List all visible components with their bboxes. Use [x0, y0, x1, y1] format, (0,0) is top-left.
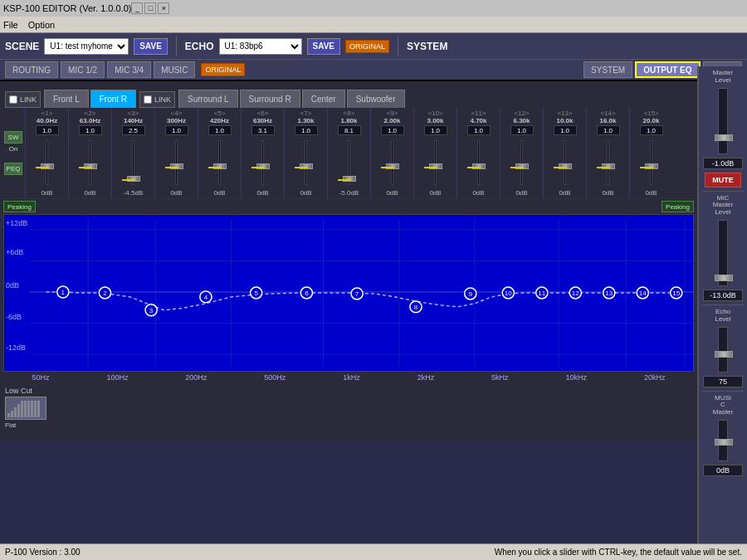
band-3: <3> 140Hz 2.5 -4.5dB: [111, 108, 154, 198]
master-fader-thumb[interactable]: [715, 134, 733, 141]
ch-tab-surroundl[interactable]: Surround L: [178, 90, 237, 108]
svg-text:14: 14: [639, 290, 647, 297]
band-9-fader[interactable]: [371, 136, 413, 189]
status-hint: When you click a slider with CTRL-key, t…: [90, 548, 742, 557]
minimize-button[interactable]: _: [131, 2, 143, 14]
band-13-num: <13>: [557, 110, 572, 117]
flat-label: Flat: [5, 421, 16, 429]
band-8-fader[interactable]: [328, 136, 370, 189]
band-5-fader[interactable]: [198, 136, 241, 189]
tab-mic34[interactable]: MIC 3/4: [107, 61, 151, 78]
scene-original-btn[interactable]: ORIGINAL: [201, 63, 245, 76]
echo-fader-thumb[interactable]: [715, 351, 733, 358]
band-4-freq: 300Hz: [167, 117, 186, 124]
svg-text:2: 2: [103, 290, 107, 297]
band-1-val[interactable]: 1.0: [36, 125, 59, 135]
ch-tab-frontl[interactable]: Front L: [44, 90, 89, 108]
band-12: <12> 6.30k 1.0 0dB: [500, 108, 543, 198]
band-2-val[interactable]: 1.0: [79, 125, 102, 135]
echo-label: ECHO: [185, 41, 214, 52]
low-cut-button[interactable]: [5, 397, 46, 420]
band-4-fader[interactable]: [155, 136, 198, 189]
graph-y-label-6db: +6dB: [6, 248, 23, 256]
main-content: SCENE U1: test myhome SAVE ECHO U1: 83bp…: [0, 33, 747, 543]
music-fader-thumb[interactable]: [715, 439, 733, 446]
band-11-val[interactable]: 1.0: [467, 125, 491, 135]
band-15-val[interactable]: 1.0: [640, 125, 663, 135]
band-14-num: <14>: [600, 110, 615, 117]
peq-button[interactable]: PEQ: [4, 163, 22, 175]
band-8-val[interactable]: 8.1: [338, 125, 361, 135]
band-3-fader[interactable]: [112, 136, 154, 189]
band-12-val[interactable]: 1.0: [510, 125, 534, 135]
eq-graph[interactable]: +12dB +6dB 0dB -6dB -12dB: [3, 214, 694, 372]
graph-y-label-0db: 0dB: [6, 281, 19, 290]
mic-fader-thumb[interactable]: [715, 275, 733, 281]
peaking-btn-left[interactable]: Peaking: [3, 201, 36, 212]
ch-tab-frontr[interactable]: Front R: [90, 90, 136, 108]
echo-save-button[interactable]: SAVE: [307, 38, 341, 55]
right-divider-2: [702, 304, 744, 305]
ch-tab-center[interactable]: Center: [302, 90, 345, 108]
output-eq-btn[interactable]: OUTPUT EQ: [635, 61, 700, 78]
band-5-val[interactable]: 1.0: [208, 125, 232, 135]
tab-routing[interactable]: ROUTING: [5, 61, 58, 78]
band-11-fader[interactable]: [457, 136, 500, 189]
scene-save-button[interactable]: SAVE: [134, 38, 168, 55]
mute-button[interactable]: MUTE: [705, 173, 741, 187]
maximize-button[interactable]: □: [144, 2, 156, 14]
band-7-val[interactable]: 1.0: [295, 125, 318, 135]
tab-music[interactable]: MUSIC: [154, 61, 195, 78]
menu-option[interactable]: Option: [28, 20, 55, 30]
echo-level-label: EchoLevel: [715, 309, 730, 324]
band-3-freq: 140Hz: [124, 117, 143, 124]
mic-master-label: MICMasterLevel: [713, 195, 733, 217]
band-13-fader[interactable]: [544, 136, 586, 189]
svg-text:5: 5: [254, 290, 258, 297]
band-10-fader[interactable]: [414, 136, 456, 189]
band-6-val[interactable]: 3.1: [251, 125, 275, 135]
link-label-1: LINK: [20, 95, 37, 104]
band-14-fader[interactable]: [587, 136, 629, 189]
mic-fader[interactable]: [718, 220, 728, 286]
sw-button[interactable]: SW: [4, 131, 22, 144]
band-15-db: 0dB: [645, 189, 657, 197]
tab-mic12[interactable]: MIC 1/2: [61, 61, 105, 78]
band-14-val[interactable]: 1.0: [597, 125, 620, 135]
band-10-val[interactable]: 1.0: [424, 125, 447, 135]
band-7-fader[interactable]: [285, 136, 327, 189]
graph-x-500hz: 500Hz: [264, 373, 286, 382]
close-button[interactable]: ×: [158, 2, 169, 14]
system-btn[interactable]: SYSTEM: [583, 61, 632, 78]
band-2-fader[interactable]: [69, 136, 111, 189]
band-13-val[interactable]: 1.0: [554, 125, 577, 135]
echo-fader[interactable]: [718, 327, 728, 373]
ch-tab-surroundr[interactable]: Surround R: [240, 90, 300, 108]
band-6-fader[interactable]: [242, 136, 284, 189]
svg-text:4: 4: [204, 294, 208, 301]
link-checkbox-2[interactable]: [144, 95, 152, 104]
music-fader[interactable]: [718, 420, 728, 461]
band-3-val[interactable]: 2.5: [122, 125, 145, 135]
band-14-db: 0dB: [602, 189, 613, 197]
band-9-val[interactable]: 1.0: [381, 125, 404, 135]
band-9-num: <9>: [387, 110, 398, 117]
band-1-db: 0dB: [41, 189, 52, 197]
band-4-val[interactable]: 1.0: [165, 125, 188, 135]
echo-original-label[interactable]: ORIGINAL: [345, 40, 389, 53]
band-10-freq: 3.00k: [427, 117, 443, 124]
band-15: <15> 20.0k 1.0 0dB: [629, 108, 672, 198]
band-1-fader[interactable]: [26, 136, 68, 189]
peaking-btn-right[interactable]: Peaking: [662, 201, 694, 212]
menu-file[interactable]: File: [3, 20, 18, 30]
scene-dropdown[interactable]: U1: test myhome: [44, 38, 129, 55]
master-fader[interactable]: [718, 88, 728, 154]
band-8-num: <8>: [344, 110, 355, 117]
band-12-fader[interactable]: [500, 136, 543, 189]
band-15-fader[interactable]: [630, 136, 672, 189]
ch-tab-subwoofer[interactable]: Subwoofer: [347, 90, 405, 108]
titlebar: KSP-100 EDITOR (Ver. 1.0.0.0) _ □ ×: [0, 0, 747, 17]
echo-dropdown[interactable]: U1: 83bp6: [219, 38, 302, 55]
link-checkbox-1[interactable]: [9, 95, 17, 104]
band-15-freq: 20.0k: [642, 117, 659, 124]
